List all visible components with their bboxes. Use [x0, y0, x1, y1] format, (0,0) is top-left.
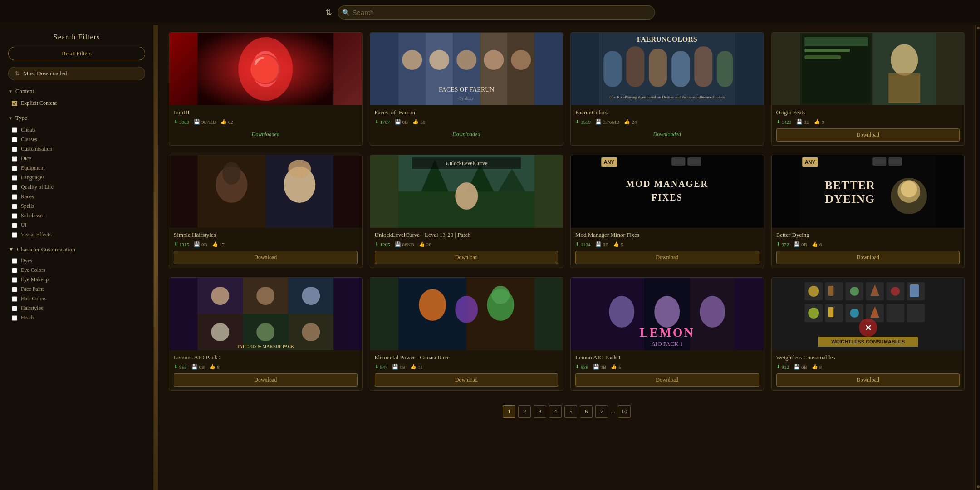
cc-dyes[interactable]: Dyes [8, 256, 145, 265]
download-button-hairstyles[interactable]: Download [174, 251, 358, 264]
most-downloaded-button[interactable]: ⇅ Most Downloaded [8, 67, 145, 80]
svg-point-11 [429, 50, 449, 70]
download-button-dyeing[interactable]: Download [776, 251, 960, 264]
type-section-header[interactable]: ▼ Type [8, 114, 145, 122]
download-button-elemental[interactable]: Download [375, 373, 559, 387]
svg-text:ANY: ANY [604, 159, 615, 165]
search-input[interactable] [338, 5, 655, 20]
type-ui[interactable]: UI [8, 220, 145, 230]
downloaded-label-faerun: Downloaded [575, 128, 759, 141]
card-info-impui: ImpUI ⬇ 3869 💾 987KB 👍 62 Downloaded [169, 105, 362, 144]
type-dice[interactable]: Dice [8, 154, 145, 163]
card-stats-elemental: ⬇ 947 💾 0B 👍 11 [375, 364, 559, 370]
svg-rect-102 [825, 282, 843, 300]
type-races[interactable]: Races [8, 192, 145, 201]
svg-text:✕: ✕ [864, 323, 871, 333]
card-lemons2[interactable]: TATTOOS & MAKEUP PACK Lemons AIO Pack 2 … [169, 277, 363, 391]
stat-likes: 👍 6 [812, 241, 822, 247]
sidebar: Search Filters Reset Filters ⇅ Most Down… [0, 25, 154, 490]
svg-point-42 [288, 160, 311, 178]
card-faerun[interactable]: FAERUNCOLORS 80+ RolePlaying dyes based … [570, 32, 764, 146]
card-dyeing[interactable]: ANY BETTER DYEING Better Dyeing [771, 155, 965, 268]
cc-hair-colors[interactable]: Hair Colors [8, 294, 145, 304]
reset-filters-button[interactable]: Reset Filters [8, 47, 145, 60]
downloaded-label-impui: Downloaded [174, 128, 358, 141]
svg-point-96 [654, 296, 680, 328]
card-name-impui: ImpUI [174, 109, 358, 116]
svg-point-34 [891, 44, 918, 76]
page-btn-10[interactable]: 10 [618, 405, 631, 418]
page-btn-2[interactable]: 2 [518, 405, 531, 418]
svg-text:WEIGHTLESS CONSUMABLES: WEIGHTLESS CONSUMABLES [831, 339, 905, 344]
page-btn-3[interactable]: 3 [534, 405, 546, 418]
cc-eye-colors[interactable]: Eye Colors [8, 265, 145, 275]
cc-face-paint[interactable]: Face Paint [8, 284, 145, 294]
card-origin[interactable]: Origin Feats ⬇ 1423 💾 0B 👍 9 Download [771, 32, 965, 146]
download-button-weightless[interactable]: Download [776, 373, 960, 387]
type-subclasses[interactable]: Subclasses [8, 211, 145, 220]
pagination-ellipsis: ... [611, 408, 615, 415]
card-stats-lemon1: ⬇ 938 💾 0B 👍 5 [575, 364, 759, 370]
card-name-faerun: FaerunColors [575, 109, 759, 116]
card-hairstyles[interactable]: Simple Hairstyles ⬇ 1315 💾 0B 👍 17 Downl… [169, 155, 363, 268]
type-visual-effects[interactable]: Visual Effects [8, 230, 145, 240]
card-modfix[interactable]: ANY MOD MANAGER FIXES Mod Manager Minor … [570, 155, 764, 268]
card-impui[interactable]: ImpUI ⬇ 3869 💾 987KB 👍 62 Downloaded [169, 32, 363, 146]
page-btn-7[interactable]: 7 [595, 405, 608, 418]
svg-point-90 [455, 296, 478, 323]
stat-likes: 👍 28 [419, 241, 431, 247]
cc-eye-makeup[interactable]: Eye Makeup [8, 275, 145, 284]
stat-downloads: ⬇ 1559 [575, 119, 591, 125]
card-unlock[interactable]: UnlockLevelCurve UnlockLevelCurve - Leve… [370, 155, 564, 268]
type-equipment[interactable]: Equipment [8, 163, 145, 173]
stat-downloads: ⬇ 1315 [174, 241, 189, 247]
card-info-faerun: FaerunColors ⬇ 1559 💾 3.76MB 👍 24 Downlo… [571, 105, 764, 144]
char-custom-header[interactable]: ▼ Character Customisation [8, 246, 145, 253]
type-languages[interactable]: Languages [8, 173, 145, 182]
download-button-lemons2[interactable]: Download [174, 373, 358, 387]
download-button-modfix[interactable]: Download [575, 251, 759, 264]
svg-rect-23 [694, 46, 712, 87]
stat-size: 💾 0B [595, 241, 609, 247]
type-qol[interactable]: Quality of Life [8, 182, 145, 192]
stat-likes: 👍 5 [611, 364, 621, 370]
type-spells[interactable]: Spells [8, 201, 145, 211]
card-stats-lemons2: ⬇ 955 💾 0B 👍 8 [174, 364, 358, 370]
card-faces[interactable]: FACES OF FAERUN by duzy Faces_of_Faerun … [370, 32, 564, 146]
page-btn-6[interactable]: 6 [580, 405, 593, 418]
topbar: ⇅ 🔍 [0, 0, 980, 25]
cc-hairstyles[interactable]: Hairstyles [8, 304, 145, 313]
explicit-content-checkbox[interactable]: Explicit Content [8, 98, 145, 108]
stat-size: 💾 0B [395, 119, 408, 125]
stat-likes: 👍 8 [209, 364, 220, 370]
cc-heads[interactable]: Heads [8, 313, 145, 323]
download-button-unlock[interactable]: Download [375, 251, 559, 264]
stat-downloads: ⬇ 1104 [575, 241, 591, 247]
stat-downloads: ⬇ 938 [575, 364, 588, 370]
card-name-hairstyles: Simple Hairstyles [174, 231, 358, 239]
type-classes[interactable]: Classes [8, 135, 145, 144]
svg-text:BETTER: BETTER [824, 179, 875, 192]
page-btn-1[interactable]: 1 [503, 405, 515, 418]
card-info-unlock: UnlockLevelCurve - Level 13-20 | Patch ⬇… [370, 228, 563, 268]
type-customisation[interactable]: Customisation [8, 144, 145, 154]
type-cheats[interactable]: Cheats [8, 125, 145, 135]
page-btn-4[interactable]: 4 [549, 405, 562, 418]
download-button-origin[interactable]: Download [776, 128, 960, 142]
card-stats-dyeing: ⬇ 972 💾 0B 👍 6 [776, 241, 960, 247]
svg-point-81 [302, 323, 320, 341]
filter-icon[interactable]: ⇅ [325, 7, 332, 17]
svg-rect-35 [888, 74, 920, 103]
card-weightless[interactable]: ✕ WEIGHTLESS CONSUMABLES Weightless Cons… [771, 277, 965, 391]
page-btn-5[interactable]: 5 [564, 405, 577, 418]
card-elemental[interactable]: Elemental Power - Genasi Race ⬇ 947 💾 0B… [370, 277, 564, 391]
card-info-lemons2: Lemons AIO Pack 2 ⬇ 955 💾 0B 👍 8 Downloa… [169, 350, 362, 390]
download-button-lemon1[interactable]: Download [575, 373, 759, 387]
card-lemon1[interactable]: LEMON AIO PACK 1 Lemon AIO Pack 1 ⬇ 938 … [570, 277, 764, 391]
char-custom-section: ▼ Character Customisation Dyes Eye Color… [8, 246, 145, 323]
content-section-header[interactable]: ▼ Content [8, 88, 145, 95]
svg-rect-118 [910, 284, 919, 297]
card-name-lemon1: Lemon AIO Pack 1 [575, 354, 759, 361]
stat-downloads: ⬇ 912 [776, 364, 789, 370]
card-thumb-unlock: UnlockLevelCurve [370, 155, 563, 228]
